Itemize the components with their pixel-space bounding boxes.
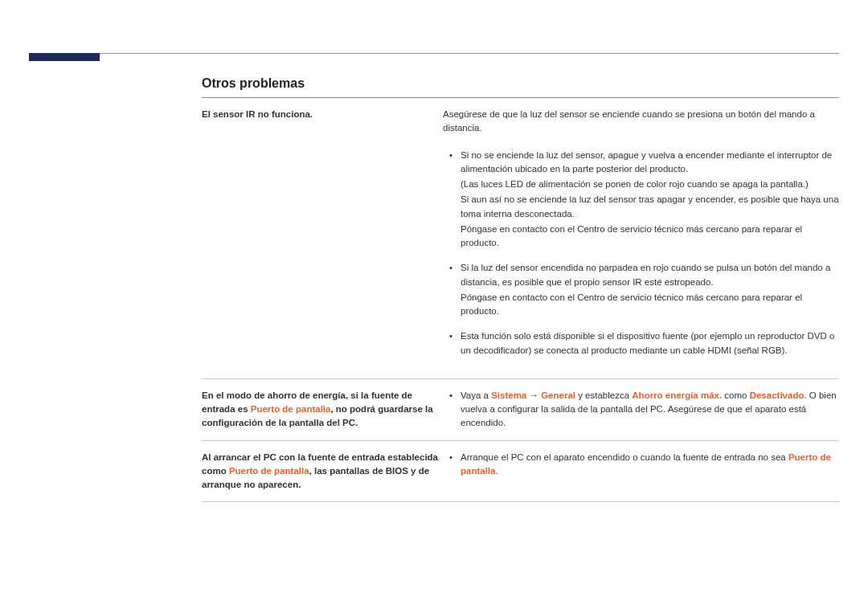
- table-row: Al arrancar el PC con la fuente de entra…: [202, 440, 839, 502]
- page-top-rule: [29, 53, 839, 54]
- troubleshoot-table: El sensor IR no funciona. Asegúrese de q…: [202, 98, 839, 502]
- list-item: Vaya a Sistema → General y establezca Ah…: [461, 389, 839, 431]
- bullet-list: Si no se enciende la luz del sensor, apa…: [443, 149, 839, 358]
- issue-cell: Al arrancar el PC con la fuente de entra…: [202, 440, 443, 502]
- list-item: Si la luz del sensor encendida no parpad…: [461, 261, 839, 318]
- list-item: Arranque el PC con el aparato encendido …: [461, 451, 839, 479]
- solution-cell: Arranque el PC con el aparato encendido …: [443, 440, 839, 502]
- table-row: El sensor IR no funciona. Asegúrese de q…: [202, 98, 839, 378]
- solution-cell: Asegúrese de que la luz del sensor se en…: [443, 98, 839, 378]
- main-content: Otros problemas El sensor IR no funciona…: [202, 76, 839, 502]
- bullet-list: Arranque el PC con el aparato encendido …: [443, 451, 839, 479]
- solution-cell: Vaya a Sistema → General y establezca Ah…: [443, 378, 839, 440]
- list-item: Esta función solo está disponible si el …: [461, 329, 839, 358]
- list-item: Si no se enciende la luz del sensor, apa…: [461, 149, 839, 251]
- table-row: En el modo de ahorro de energía, si la f…: [202, 378, 839, 440]
- intro-text: Asegúrese de que la luz del sensor se en…: [443, 108, 839, 136]
- page-header-bar: [29, 53, 100, 61]
- issue-cell: El sensor IR no funciona.: [202, 98, 443, 378]
- section-heading: Otros problemas: [202, 76, 839, 91]
- bullet-list: Vaya a Sistema → General y establezca Ah…: [443, 389, 839, 431]
- issue-cell: En el modo de ahorro de energía, si la f…: [202, 378, 443, 440]
